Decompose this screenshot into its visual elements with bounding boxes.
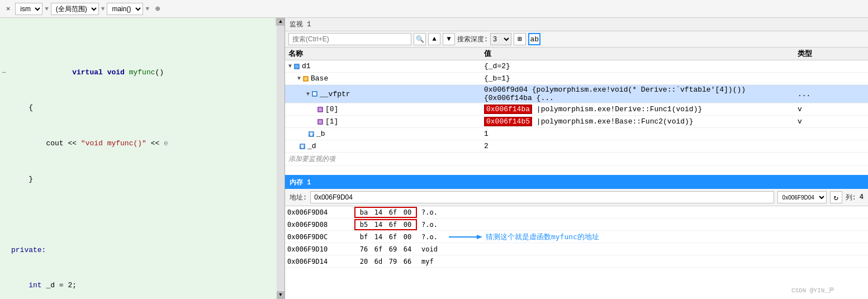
mem-bytes-boxed: b5 14 6f 00 xyxy=(354,219,417,230)
refresh-button[interactable]: ↻ xyxy=(830,191,842,203)
svg-rect-5 xyxy=(313,92,316,96)
watch-row[interactable]: ▼ Base {_b=1} xyxy=(285,73,868,85)
expand-icon[interactable]: ▼ xyxy=(306,91,310,97)
mem-byte: 79 xyxy=(387,258,399,265)
watch-name-cell: ▼ __vfptr xyxy=(288,90,484,98)
memory-row: 0x006F9D04 ba 14 6f 00 ?.o. xyxy=(285,206,868,219)
main-area: ▲ — virtual void myfunc() { cout << "voi… xyxy=(0,18,868,299)
watch-value-cell: 0x006f14ba |polymorphism.exe!Derive::Fun… xyxy=(484,105,798,113)
highlighted-value: 0x006f14ba xyxy=(484,105,532,114)
watch-value-cell: 0x006f9d04 {polymorphism.exe!void(* Deri… xyxy=(484,86,798,102)
mem-byte: 64 xyxy=(401,245,414,253)
watch-table: 名称 值 类型 ▼ d1 {_d=2} ▼ xyxy=(285,48,868,175)
depth-select[interactable]: 3 xyxy=(490,33,511,45)
watch-type-cell: v xyxy=(798,117,865,126)
search-down-icon[interactable]: ▼ xyxy=(443,33,455,45)
watch-row[interactable]: _d 2 xyxy=(285,140,868,153)
svg-point-3 xyxy=(304,77,307,80)
memory-title: 内存 1 xyxy=(290,179,311,187)
cube-lock-icon xyxy=(307,130,315,138)
mem-byte: 20 xyxy=(358,258,370,265)
mem-byte: 00 xyxy=(401,221,414,229)
code-text: } xyxy=(11,174,33,186)
search-up-icon[interactable]: ▲ xyxy=(428,33,440,45)
mem-bytes: bf 14 6f 00 xyxy=(354,232,417,241)
watch-table-header: 名称 值 类型 xyxy=(285,48,868,60)
func-select[interactable]: main() xyxy=(107,3,143,15)
watch-row[interactable]: ▼ __vfptr 0x006f9d04 {polymorphism.exe!v… xyxy=(285,85,868,103)
addr-input[interactable] xyxy=(310,191,774,203)
add-watch-row[interactable]: 添加要监视的项 xyxy=(285,153,868,166)
mem-byte: b5 xyxy=(358,221,370,229)
svg-rect-9 xyxy=(319,120,322,124)
watch-name-cell: [1] xyxy=(288,117,484,126)
close-button[interactable]: ✕ xyxy=(3,3,13,14)
watch-name-text: d1 xyxy=(302,62,311,70)
watermark: CSDN @YIN_尹 xyxy=(791,286,834,295)
watch-name-text: _b xyxy=(316,130,325,138)
scrollbar[interactable]: ▲ ▼ xyxy=(277,18,284,299)
memory-row: 0x006F9D14 20 6d 79 66 myf xyxy=(285,255,868,268)
mem-addr: 0x006F9D0C xyxy=(287,233,354,241)
range-select[interactable]: (全局范围) xyxy=(51,3,99,15)
watch-row[interactable]: _b 1 xyxy=(285,128,868,140)
watch-name-cell: _b xyxy=(288,130,484,138)
watch-panel: 监视 1 🔍 ▲ ▼ 搜索深度: 3 ⊞ ab 名称 值 类型 xyxy=(285,18,868,176)
watch-name-text: Base xyxy=(311,74,328,83)
addr-dropdown[interactable]: 0x006F9D04 xyxy=(777,191,827,203)
watch-row[interactable]: [0] 0x006f14ba |polymorphism.exe!Derive:… xyxy=(285,103,868,116)
code-text: private: xyxy=(11,245,46,257)
scope-select[interactable]: ism xyxy=(15,3,42,15)
addr-label: 地址: xyxy=(290,193,307,202)
cube-lock-icon xyxy=(298,143,306,150)
watch-toolbar: 🔍 ▲ ▼ 搜索深度: 3 ⊞ ab xyxy=(285,31,868,48)
mem-chars: ?.o. xyxy=(421,221,438,229)
watch-name-text: _d xyxy=(307,142,316,150)
col-value: 4 xyxy=(860,193,864,201)
highlighted-value: 0x006f14b5 xyxy=(484,117,532,126)
watch-name-text: __vfptr xyxy=(320,90,350,98)
code-text: { xyxy=(11,102,33,114)
code-line xyxy=(0,209,284,221)
watch-value-cell: {_d=2} xyxy=(484,62,798,70)
mem-byte: 6f xyxy=(387,208,399,216)
pin-icon[interactable]: ⊕ xyxy=(151,3,164,15)
search-icon[interactable]: 🔍 xyxy=(414,33,426,45)
watch-name-cell: ▼ d1 xyxy=(288,62,484,70)
cube-blue2-icon xyxy=(311,90,319,98)
watch-value-cell: 0x006f14b5 |polymorphism.exe!Base::Func2… xyxy=(484,117,798,126)
top-toolbar: ✕ ism ▼ (全局范围) ▼ main() ▼ ⊕ xyxy=(0,0,868,18)
settings-icon[interactable]: ab xyxy=(528,33,540,45)
code-content: — virtual void myfunc() { cout << "void … xyxy=(0,18,284,299)
code-text: virtual void myfunc() xyxy=(11,55,164,90)
cube-key-icon xyxy=(302,75,310,83)
depth-label: 搜索深度: xyxy=(457,35,488,44)
mem-byte: 00 xyxy=(401,233,414,241)
right-panel: 监视 1 🔍 ▲ ▼ 搜索深度: 3 ⊞ ab 名称 值 类型 xyxy=(285,18,868,299)
mem-bytes: 76 6f 69 64 xyxy=(354,245,417,254)
mem-chars: void xyxy=(421,245,438,253)
mem-byte: 14 xyxy=(372,233,385,241)
mem-bytes: 20 6d 79 66 xyxy=(354,257,417,266)
expand-icon[interactable]: ▼ xyxy=(297,75,301,82)
code-line: cout << "void myfunc()" << e xyxy=(0,137,284,150)
col-label: 列: xyxy=(846,193,856,202)
watch-row[interactable]: ▼ d1 {_d=2} xyxy=(285,60,868,73)
watch-search-input[interactable] xyxy=(288,33,411,45)
annotation-text: 猜测这个就是虚函数myfunc的地址 xyxy=(486,232,599,242)
memory-content: 0x006F9D04 ba 14 6f 00 ?.o. 0x006F9D08 b… xyxy=(285,206,868,299)
mem-addr: 0x006F9D08 xyxy=(287,221,354,229)
watch-name-text: [1] xyxy=(325,117,338,126)
watch-name-text: [0] xyxy=(325,105,338,113)
arrow-icon xyxy=(449,232,482,241)
expand-icon[interactable]: ▼ xyxy=(288,63,292,69)
expand-icon[interactable]: — xyxy=(2,68,11,78)
code-line: { xyxy=(0,102,284,115)
refresh-icon[interactable]: ⊞ xyxy=(514,33,526,45)
watch-row[interactable]: [1] 0x006f14b5 |polymorphism.exe!Base::F… xyxy=(285,116,868,128)
mem-byte: 14 xyxy=(372,208,385,216)
svg-rect-7 xyxy=(319,108,322,111)
mem-bytes-boxed: ba 14 6f 00 xyxy=(354,207,417,218)
mem-byte: 00 xyxy=(401,208,414,216)
cube-purple-icon xyxy=(316,118,324,126)
